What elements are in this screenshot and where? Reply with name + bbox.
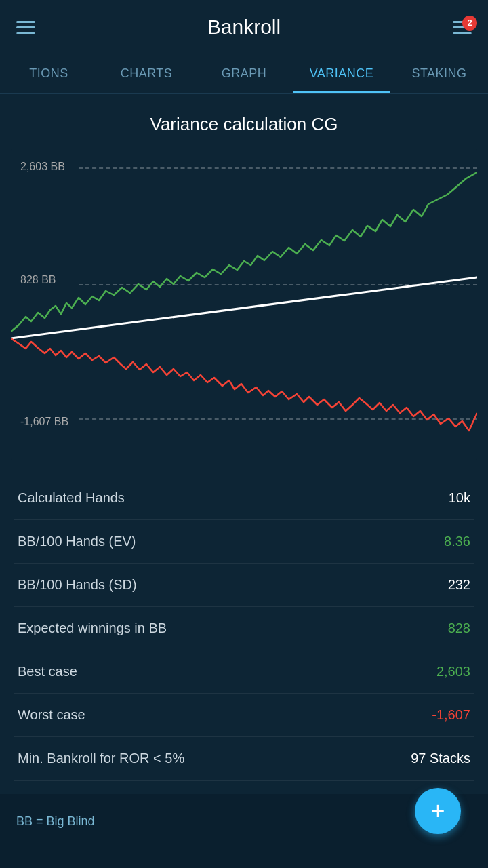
menu-left-button[interactable] <box>16 21 35 34</box>
tab-staking[interactable]: STAKING <box>390 54 488 93</box>
stat-label-worst-case: Worst case <box>18 707 85 723</box>
stat-value-min-bankroll: 97 Stacks <box>411 751 470 766</box>
stat-row-expected-winnings: Expected winnings in BB 828 <box>14 607 474 650</box>
svg-line-0 <box>11 277 477 338</box>
stat-label-expected-winnings: Expected winnings in BB <box>18 620 167 636</box>
stat-label-best-case: Best case <box>18 664 77 679</box>
fab-plus-icon: + <box>430 799 445 823</box>
nav-tabs: TIONS CHARTS GRAPH VARIANCE STAKING <box>0 54 488 94</box>
stat-row-calculated-hands: Calculated Hands 10k <box>14 477 474 520</box>
stat-value-best-case: 2,603 <box>436 664 470 679</box>
stats-table: Calculated Hands 10k BB/100 Hands (EV) 8… <box>14 477 474 781</box>
stat-value-expected-winnings: 828 <box>448 620 470 636</box>
stat-label-bb100-ev: BB/100 Hands (EV) <box>18 534 136 549</box>
chart-svg <box>11 149 477 460</box>
menu-right-button[interactable]: 2 <box>453 21 472 34</box>
tab-charts[interactable]: CHARTS <box>98 54 195 93</box>
stat-row-bb100-ev: BB/100 Hands (EV) 8.36 <box>14 520 474 564</box>
app-header: Bankroll 2 <box>0 0 488 54</box>
app-title: Bankroll <box>35 16 453 39</box>
tab-graph[interactable]: GRAPH <box>195 54 293 93</box>
section-title: Variance calculation CG <box>0 94 488 149</box>
tab-tions[interactable]: TIONS <box>0 54 98 93</box>
fab-add-button[interactable]: + <box>415 788 461 834</box>
stat-row-best-case: Best case 2,603 <box>14 650 474 694</box>
stat-value-worst-case: -1,607 <box>432 707 470 723</box>
stat-value-calculated-hands: 10k <box>449 490 470 506</box>
stat-value-bb100-sd: 232 <box>448 577 470 593</box>
stat-value-bb100-ev: 8.36 <box>444 534 470 549</box>
stat-label-min-bankroll: Min. Bankroll for ROR < 5% <box>18 751 184 766</box>
stat-label-bb100-sd: BB/100 Hands (SD) <box>18 577 137 593</box>
page-content: Variance calculation CG 2,603 BB 828 BB … <box>0 94 488 794</box>
stat-row-min-bankroll: Min. Bankroll for ROR < 5% 97 Stacks <box>14 737 474 781</box>
stat-row-worst-case: Worst case -1,607 <box>14 694 474 737</box>
stat-label-calculated-hands: Calculated Hands <box>18 490 125 506</box>
notification-badge: 2 <box>462 16 477 31</box>
stat-row-bb100-sd: BB/100 Hands (SD) 232 <box>14 564 474 607</box>
variance-chart: 2,603 BB 828 BB -1,607 BB <box>11 149 477 460</box>
tab-variance[interactable]: VARIANCE <box>293 54 390 93</box>
